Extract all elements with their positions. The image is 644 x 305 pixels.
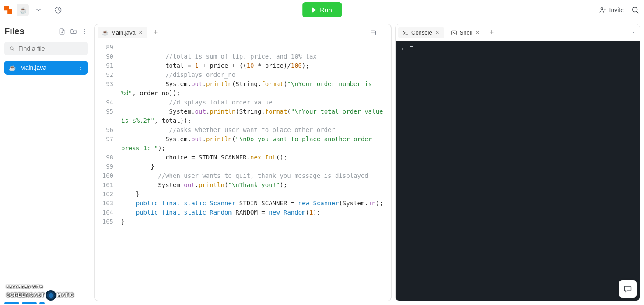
- svg-point-0: [601, 7, 603, 10]
- replit-logo-icon[interactable]: [4, 6, 12, 14]
- close-icon[interactable]: ✕: [138, 29, 143, 36]
- code-area[interactable]: 8990919293 9495 9697 9899100101102103104…: [95, 41, 391, 301]
- tab-shell[interactable]: Shell ✕: [447, 27, 484, 38]
- close-icon[interactable]: ✕: [435, 29, 440, 36]
- file-item-label: Main.java: [20, 64, 46, 71]
- console-panel: Console ✕ Shell ✕ + ⋮ ›: [396, 24, 640, 301]
- topbar: ☕ Run Invite: [0, 0, 644, 20]
- svg-rect-3: [371, 31, 376, 35]
- line-gutter: 8990919293 9495 9697 9899100101102103104…: [95, 41, 118, 301]
- new-file-icon[interactable]: [59, 28, 66, 35]
- new-folder-icon[interactable]: [70, 28, 77, 35]
- chat-button[interactable]: [619, 280, 637, 298]
- invite-button[interactable]: Invite: [599, 6, 624, 14]
- file-item-main-java[interactable]: ☕ Main.java ⋮: [4, 61, 88, 75]
- java-icon: ☕: [102, 30, 108, 36]
- run-label: Run: [320, 6, 332, 14]
- svg-rect-4: [452, 31, 456, 35]
- invite-label: Invite: [609, 7, 624, 14]
- tab-label: Main.java: [111, 29, 136, 36]
- language-badge[interactable]: ☕: [17, 4, 29, 16]
- files-panel: Files ⋮ ☕ Main.java ⋮: [0, 20, 92, 305]
- cursor-icon: [410, 46, 413, 52]
- chevron-down-icon[interactable]: [36, 7, 41, 13]
- tab-console[interactable]: Console ✕: [398, 27, 444, 38]
- watermark: RECORDED WITH SCREENCASTMATIC: [6, 283, 74, 301]
- more-icon[interactable]: ⋮: [77, 64, 83, 71]
- close-icon[interactable]: ✕: [475, 29, 480, 36]
- more-icon[interactable]: ⋮: [631, 29, 637, 36]
- editor-panel: ☕ Main.java ✕ + ⋮ 8990919293 9495 9697 9…: [94, 24, 391, 301]
- console-tabs: Console ✕ Shell ✕ + ⋮: [396, 24, 640, 41]
- main: Files ⋮ ☕ Main.java ⋮ ☕ M: [0, 20, 644, 305]
- add-tab-button[interactable]: +: [151, 28, 161, 37]
- terminal-icon: [402, 30, 409, 36]
- console-prompt: ›: [401, 45, 404, 52]
- search-icon: [9, 45, 15, 52]
- tab-label: Console: [411, 29, 432, 36]
- code-content[interactable]: //total is sum of tip, price, and 10% ta…: [118, 41, 391, 301]
- tab-main-java[interactable]: ☕ Main.java ✕: [98, 27, 147, 38]
- shell-icon: [451, 30, 457, 36]
- search-icon[interactable]: [631, 6, 640, 14]
- svg-point-2: [10, 47, 13, 50]
- java-icon: ☕: [9, 65, 16, 71]
- accent-bars: [4, 302, 45, 304]
- play-icon: [312, 7, 316, 13]
- file-search-input[interactable]: [18, 45, 83, 52]
- more-icon[interactable]: ⋮: [81, 28, 88, 35]
- files-title: Files: [4, 26, 59, 36]
- invite-icon: [599, 6, 607, 14]
- file-search[interactable]: [4, 42, 88, 55]
- watermark-logo-icon: [46, 290, 56, 301]
- more-icon[interactable]: ⋮: [382, 29, 388, 36]
- layout-icon[interactable]: [370, 29, 377, 36]
- history-icon[interactable]: [54, 6, 62, 14]
- console-body[interactable]: ›: [396, 41, 640, 301]
- run-button[interactable]: Run: [302, 2, 342, 17]
- tab-label: Shell: [460, 29, 472, 36]
- editor-tabs: ☕ Main.java ✕ + ⋮: [95, 24, 391, 41]
- watermark-line2b: MATIC: [57, 292, 74, 298]
- watermark-line2a: SCREENCAST: [6, 292, 45, 298]
- chat-icon: [623, 284, 632, 293]
- add-tab-button[interactable]: +: [487, 28, 497, 37]
- watermark-line1: RECORDED WITH: [6, 283, 74, 290]
- java-icon: ☕: [19, 7, 27, 14]
